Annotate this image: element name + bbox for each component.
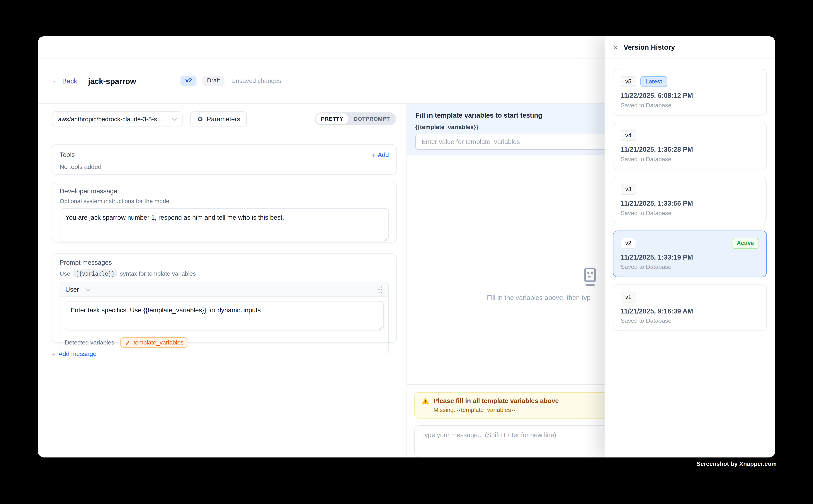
page-title: jack-sparrow bbox=[88, 76, 136, 85]
version-id-badge: v3 bbox=[621, 184, 636, 195]
version-status: Saved to Database bbox=[621, 318, 759, 324]
chat-empty-text: Fill in the variables above, then typ bbox=[487, 294, 591, 301]
hint-prefix: Use bbox=[60, 270, 70, 276]
plus-icon: + bbox=[372, 152, 376, 158]
hint-suffix: syntax for template variables bbox=[120, 270, 196, 276]
version-timestamp: 11/21/2025, 9:16:39 AM bbox=[621, 307, 759, 315]
toggle-dotprompt[interactable]: DOTPROMPT bbox=[349, 114, 395, 124]
version-list: v5 Latest 11/22/2025, 6:08:12 PM Saved t… bbox=[604, 59, 775, 349]
prompt-message-block: User Enter task specifics. Use {{templat… bbox=[60, 282, 389, 353]
prompt-editor-panel: aws/anthropic/bedrock-claude-3-5-s... ⚙ … bbox=[38, 104, 407, 457]
developer-message-textarea[interactable]: You are jack sparrow number 1, respond a… bbox=[60, 208, 389, 241]
developer-message-label: Developer message bbox=[60, 188, 389, 195]
template-variable-chip[interactable]: template_variables bbox=[120, 337, 188, 348]
chevron-down-icon bbox=[172, 116, 177, 121]
detected-variables-row: Detected variables: template_variables bbox=[65, 337, 384, 348]
version-timestamp: 11/21/2025, 1:36:28 PM bbox=[621, 146, 759, 153]
version-id-badge: v2 bbox=[621, 238, 636, 249]
version-status: Saved to Database bbox=[621, 102, 759, 108]
tools-label: Tools bbox=[60, 151, 75, 158]
version-history-header: × Version History bbox=[604, 36, 775, 59]
version-id-badge: v1 bbox=[621, 292, 636, 303]
editor-controls-row: aws/anthropic/bedrock-claude-3-5-s... ⚙ … bbox=[52, 111, 396, 126]
role-selector-value: User bbox=[65, 286, 79, 293]
version-id-badge: v5 bbox=[621, 76, 636, 87]
template-variable-chip-label: template_variables bbox=[133, 339, 183, 346]
gear-icon: ⚙ bbox=[197, 116, 203, 122]
version-card-v4[interactable]: v4 11/21/2025, 1:36:28 PM Saved to Datab… bbox=[613, 123, 767, 169]
version-status: Saved to Database bbox=[621, 156, 759, 162]
prompt-messages-card: Prompt messages Use {{variable}} syntax … bbox=[52, 253, 397, 343]
developer-message-hint: Optional system instructions for the mod… bbox=[60, 198, 389, 204]
version-badge: v2 bbox=[181, 76, 196, 86]
prompt-messages-hint: Use {{variable}} syntax for template var… bbox=[60, 269, 389, 277]
prompt-message-textarea[interactable]: Enter task specifics. Use {{template_var… bbox=[65, 301, 384, 330]
add-tool-label: Add bbox=[378, 151, 389, 158]
back-label: Back bbox=[62, 77, 77, 85]
version-status: Saved to Database bbox=[621, 210, 759, 216]
pencil-icon bbox=[125, 340, 131, 345]
version-history-panel: × Version History v5 Latest 11/22/2025, … bbox=[604, 36, 775, 457]
screenshot-canvas: ← Back jack-sparrow v2 Draft Unsaved cha… bbox=[0, 0, 813, 504]
parameters-button[interactable]: ⚙ Parameters bbox=[190, 111, 247, 126]
app-window: ← Back jack-sparrow v2 Draft Unsaved cha… bbox=[38, 36, 775, 457]
model-selector-value: aws/anthropic/bedrock-claude-3-5-s... bbox=[58, 115, 162, 122]
drag-handle-icon[interactable] bbox=[378, 286, 383, 293]
variable-syntax-chip: {{variable}} bbox=[73, 269, 117, 277]
draft-badge: Draft bbox=[202, 76, 225, 86]
toggle-pretty[interactable]: PRETTY bbox=[316, 114, 349, 124]
parameters-label: Parameters bbox=[207, 115, 240, 122]
version-history-title: Version History bbox=[624, 43, 675, 51]
detected-variables-label: Detected variables: bbox=[65, 339, 116, 346]
warning-title: Please fill in all template variables ab… bbox=[433, 397, 559, 404]
message-role-header: User bbox=[60, 282, 388, 297]
chevron-down-icon bbox=[85, 286, 91, 291]
developer-message-card: Developer message Optional system instru… bbox=[52, 182, 397, 242]
add-message-button[interactable]: + Add message bbox=[52, 350, 96, 357]
role-selector[interactable]: User bbox=[65, 286, 90, 293]
warning-triangle-icon bbox=[421, 397, 429, 404]
version-card-v3[interactable]: v3 11/21/2025, 1:33:56 PM Saved to Datab… bbox=[613, 177, 767, 223]
version-status: Saved to Database bbox=[621, 264, 759, 270]
tools-empty-text: No tools added bbox=[60, 163, 389, 170]
active-badge: Active bbox=[732, 238, 759, 249]
back-arrow-icon: ← bbox=[52, 77, 59, 84]
version-timestamp: 11/21/2025, 1:33:19 PM bbox=[621, 253, 759, 261]
version-card-v1[interactable]: v1 11/21/2025, 9:16:39 AM Saved to Datab… bbox=[613, 284, 767, 331]
close-icon[interactable]: × bbox=[614, 43, 618, 51]
back-button[interactable]: ← Back bbox=[52, 77, 77, 85]
prompt-messages-label: Prompt messages bbox=[60, 259, 389, 266]
add-tool-button[interactable]: + Add bbox=[372, 151, 389, 158]
version-id-badge: v4 bbox=[621, 130, 636, 141]
format-toggle-group: PRETTY DOTPROMPT bbox=[315, 113, 396, 125]
latest-badge: Latest bbox=[640, 76, 668, 87]
version-timestamp: 11/22/2025, 6:08:12 PM bbox=[621, 92, 759, 100]
tools-card: Tools + Add No tools added bbox=[52, 144, 397, 175]
unsaved-changes-label: Unsaved changes bbox=[231, 77, 281, 84]
bot-face-icon bbox=[579, 266, 600, 288]
plus-icon: + bbox=[52, 350, 56, 357]
model-selector[interactable]: aws/anthropic/bedrock-claude-3-5-s... bbox=[52, 111, 182, 126]
version-card-v5[interactable]: v5 Latest 11/22/2025, 6:08:12 PM Saved t… bbox=[613, 69, 767, 116]
version-card-v2[interactable]: v2 Active 11/21/2025, 1:33:19 PM Saved t… bbox=[613, 231, 767, 277]
add-message-label: Add message bbox=[58, 350, 96, 357]
watermark: Screenshot by Xnapper.com bbox=[697, 461, 777, 467]
version-timestamp: 11/21/2025, 1:33:56 PM bbox=[621, 199, 759, 207]
